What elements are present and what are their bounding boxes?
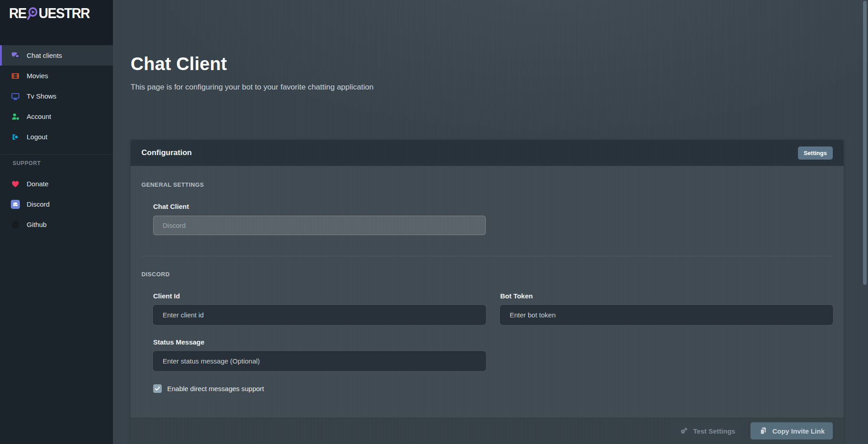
sidebar-item-label: Logout xyxy=(27,133,47,141)
main-content: Chat Client This page is for configuring… xyxy=(113,0,868,444)
client-id-label: Client Id xyxy=(153,292,486,300)
status-message-label: Status Message xyxy=(153,338,486,346)
sign-out-icon xyxy=(11,132,20,142)
app-logo[interactable]: RE UESTRR xyxy=(0,0,113,45)
card-header: Configuration Settings xyxy=(131,140,844,166)
discord-section-header: DISCORD xyxy=(141,271,833,278)
discord-icon xyxy=(11,200,20,209)
app-logo-text: RE UESTRR xyxy=(9,5,89,22)
sidebar-item-label: Donate xyxy=(27,180,48,188)
test-settings-button[interactable]: Test Settings xyxy=(671,422,743,439)
general-settings-header: GENERAL SETTINGS xyxy=(141,181,833,188)
page-title: Chat Client xyxy=(131,53,844,74)
sidebar-item-chat-clients[interactable]: Chat clients xyxy=(0,45,113,66)
film-icon xyxy=(11,71,20,80)
dm-support-row: Enable direct messages support xyxy=(153,384,833,393)
sidebar-item-label: Github xyxy=(27,221,47,228)
heart-icon xyxy=(11,179,20,189)
sidebar-item-label: Account xyxy=(27,113,51,120)
sidebar-item-movies[interactable]: Movies xyxy=(0,66,113,86)
sidebar-item-label: Discord xyxy=(27,200,50,208)
dm-support-label: Enable direct messages support xyxy=(167,385,264,392)
section-divider xyxy=(141,256,833,256)
check-icon xyxy=(154,385,161,392)
sidebar-item-logout[interactable]: Logout xyxy=(0,127,113,147)
support-section-header: SUPPORT xyxy=(0,160,113,166)
sidebar-item-label: Tv Shows xyxy=(27,92,56,100)
github-icon xyxy=(11,220,20,229)
page-subtitle: This page is for configuring your bot to… xyxy=(131,82,844,92)
sidebar-item-label: Movies xyxy=(27,72,48,80)
user-shield-icon xyxy=(11,112,20,121)
sidebar-item-discord[interactable]: Discord xyxy=(0,194,113,214)
app-window: RE UESTRR Chat clients xyxy=(0,0,868,444)
comments-icon xyxy=(11,51,20,60)
copy-invite-link-label: Copy Invite Link xyxy=(772,427,825,435)
bot-token-field-group: Bot Token xyxy=(500,292,833,325)
bot-token-label: Bot Token xyxy=(500,292,833,300)
bot-token-input[interactable] xyxy=(500,305,833,325)
cogs-icon xyxy=(680,426,689,435)
sidebar: RE UESTRR Chat clients xyxy=(0,0,113,444)
logo-text-pre: RE xyxy=(9,5,26,22)
configuration-card: Configuration Settings GENERAL SETTINGS … xyxy=(131,140,844,444)
magnifier-play-icon xyxy=(27,6,38,21)
scrollbar-thumb[interactable] xyxy=(863,1,867,285)
status-message-field-group: Status Message xyxy=(153,338,486,371)
sidebar-item-donate[interactable]: Donate xyxy=(0,174,113,194)
chat-client-select[interactable] xyxy=(153,216,486,235)
sidebar-item-account[interactable]: Account xyxy=(0,106,113,127)
card-body: GENERAL SETTINGS Chat Client DISCORD Cli… xyxy=(131,166,844,393)
client-id-field-group: Client Id xyxy=(153,292,486,325)
logo-text-post: UESTRR xyxy=(39,5,90,22)
copy-invite-link-button[interactable]: Copy Invite Link xyxy=(751,422,833,439)
tv-icon xyxy=(11,92,20,101)
copy-icon xyxy=(759,426,768,435)
card-title: Configuration xyxy=(141,148,798,157)
sidebar-item-tv-shows[interactable]: Tv Shows xyxy=(0,86,113,106)
sidebar-divider xyxy=(0,154,113,155)
client-id-input[interactable] xyxy=(153,305,486,325)
sidebar-item-label: Chat clients xyxy=(27,52,62,59)
test-settings-label: Test Settings xyxy=(693,427,735,435)
dm-support-checkbox[interactable] xyxy=(153,384,162,393)
settings-button[interactable]: Settings xyxy=(798,146,833,160)
chat-client-label: Chat Client xyxy=(153,203,833,210)
status-message-input[interactable] xyxy=(153,351,486,371)
card-footer: Test Settings Copy Invite Link xyxy=(131,418,844,444)
sidebar-item-github[interactable]: Github xyxy=(0,214,113,235)
